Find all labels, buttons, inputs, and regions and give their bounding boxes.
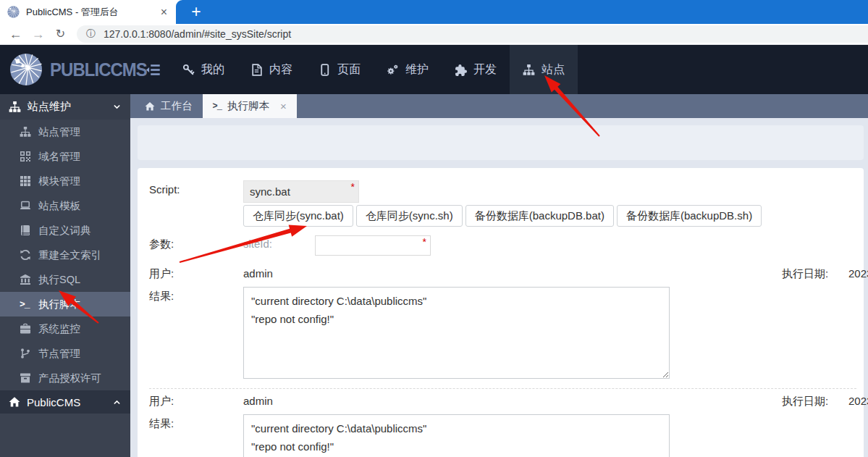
gears-icon	[387, 64, 399, 76]
sidebar: 站点维护 站点管理 域名管理 模块管理 站点模板 自定义词典 重建全文索引 执行…	[0, 94, 130, 457]
archive-icon	[20, 372, 31, 384]
book-icon	[20, 225, 31, 236]
sidebar-item-site-template[interactable]: 站点模板	[0, 193, 130, 218]
script-buttons-row: 仓库同步(sync.bat) 仓库同步(sync.sh) 备份数据库(backu…	[243, 205, 762, 227]
branch-icon	[20, 348, 31, 359]
sidebar-footer-publiccms[interactable]: PublicCMS	[0, 390, 130, 414]
sidebar-item-execute-sql[interactable]: 执行SQL	[0, 267, 130, 292]
app-tabbar: 工作台 >_ 执行脚本 ×	[130, 94, 868, 118]
params-label: 参数:	[149, 238, 174, 251]
required-asterisk: *	[423, 236, 426, 248]
new-tab-button[interactable]: +	[186, 1, 206, 22]
siteid-input[interactable]	[315, 235, 431, 256]
chevron-up-icon	[112, 398, 122, 407]
script-label: Script:	[149, 183, 180, 196]
file-icon	[250, 64, 263, 76]
sidebar-item-custom-dictionary[interactable]: 自定义词典	[0, 218, 130, 243]
required-asterisk: *	[351, 181, 355, 193]
user-value: admin	[243, 395, 273, 407]
back-icon[interactable]: ←	[4, 25, 27, 43]
record-divider	[149, 388, 856, 389]
close-icon[interactable]: ×	[280, 100, 287, 112]
user-value: admin	[243, 267, 273, 280]
home-icon	[145, 101, 155, 112]
script-button-sync-bat[interactable]: 仓库同步(sync.bat)	[243, 205, 353, 227]
topnav-item-content[interactable]: 内容	[237, 45, 306, 94]
siteid-field-label: siteId:	[243, 238, 272, 250]
briefcase-icon	[20, 323, 31, 335]
puzzle-icon	[455, 64, 467, 76]
exec-date-label: 执行日期:	[782, 395, 828, 407]
sidebar-item-domain-management[interactable]: 域名管理	[0, 144, 130, 169]
forward-icon[interactable]: →	[27, 25, 49, 43]
browser-tab-title: PublicCMS - 管理后台	[26, 6, 159, 19]
exec-date-value: 2023	[848, 395, 868, 407]
reload-icon[interactable]: ↻	[49, 25, 72, 43]
result-label: 结果:	[149, 290, 174, 303]
result-label: 结果:	[149, 417, 174, 431]
topnav-item-my[interactable]: 我的	[169, 45, 237, 94]
bank-icon	[20, 274, 31, 285]
exec-date-value: 2023	[848, 267, 868, 280]
topnav-item-develop[interactable]: 开发	[442, 45, 510, 94]
laptop-icon	[20, 200, 31, 211]
mobile-icon	[319, 64, 331, 76]
exec-date-label: 执行日期:	[782, 267, 828, 280]
brand-text: PUBLICCMS	[50, 59, 147, 81]
refresh-icon	[20, 249, 31, 261]
script-button-sync-sh[interactable]: 仓库同步(sync.sh)	[356, 205, 463, 227]
app-topbar: PUBLICCMS 我的 内容 页面 维护 开发 站点	[0, 45, 868, 94]
favicon	[7, 6, 20, 18]
tab-close-icon[interactable]: ×	[159, 7, 169, 18]
terminal-icon: >_	[20, 299, 31, 310]
script-button-backupdb-sh[interactable]: 备份数据库(backupDB.sh)	[617, 205, 762, 227]
tab-execute-script[interactable]: >_ 执行脚本 ×	[203, 94, 297, 118]
brand[interactable]: PUBLICCMS	[0, 45, 136, 94]
chevron-down-icon	[112, 102, 122, 112]
grid-icon	[20, 175, 31, 187]
result-textarea[interactable]: "current directory C:\data\publiccms" "r…	[243, 414, 670, 457]
sitemap-icon	[20, 126, 31, 138]
script-button-backupdb-bat[interactable]: 备份数据库(backupDB.bat)	[465, 205, 614, 227]
script-form-card: Script: * 仓库同步(sync.bat) 仓库同步(sync.sh) 备…	[138, 168, 864, 457]
address-bar[interactable]: ⓘ 127.0.0.1:8080/admin/#site_sysSite/scr…	[77, 25, 868, 43]
sitemap-icon	[523, 64, 535, 76]
topnav-item-maintain[interactable]: 维护	[374, 45, 442, 94]
publiccms-logo-icon	[9, 53, 43, 86]
sidebar-section-header[interactable]: 站点维护	[0, 94, 130, 120]
user-label: 用户:	[149, 395, 174, 408]
topnav-item-page[interactable]: 页面	[306, 45, 374, 94]
sidebar-item-product-license[interactable]: 产品授权许可	[0, 366, 130, 390]
content-area: 工作台 >_ 执行脚本 × Script: * 仓库同步(sync.bat)	[130, 94, 868, 457]
toolbar-panel	[138, 125, 864, 160]
content-scroll: Script: * 仓库同步(sync.bat) 仓库同步(sync.sh) 备…	[130, 118, 868, 457]
key-icon	[182, 64, 195, 76]
user-label: 用户:	[149, 267, 174, 281]
url-text[interactable]: 127.0.0.1:8080/admin/#site_sysSite/scrip…	[104, 28, 291, 40]
browser-frame	[176, 0, 868, 24]
sidebar-item-site-management[interactable]: 站点管理	[0, 120, 130, 144]
browser-toolbar: ← → ↻ ⓘ 127.0.0.1:8080/admin/#site_sysSi…	[0, 24, 868, 45]
browser-tabstrip: PublicCMS - 管理后台 × +	[0, 0, 868, 24]
home-icon	[9, 396, 20, 408]
topnav-item-site[interactable]: 站点	[510, 45, 578, 94]
sidebar-item-module-management[interactable]: 模块管理	[0, 169, 130, 193]
tab-workbench[interactable]: 工作台	[135, 94, 203, 118]
info-icon[interactable]: ⓘ	[86, 28, 96, 41]
sitemap-icon	[9, 101, 21, 113]
qrcode-icon	[20, 151, 31, 162]
browser-tab[interactable]: PublicCMS - 管理后台 ×	[0, 0, 176, 24]
exec-date: 执行日期: 2023	[782, 395, 828, 408]
sidebar-item-rebuild-index[interactable]: 重建全文索引	[0, 243, 130, 267]
exec-date: 执行日期: 2023	[782, 267, 828, 281]
result-textarea[interactable]: "current directory C:\data\publiccms" "r…	[243, 287, 670, 379]
sidebar-item-system-monitor[interactable]: 系统监控	[0, 316, 130, 341]
sidebar-item-execute-script[interactable]: >_执行脚本	[0, 292, 130, 316]
terminal-icon: >_	[213, 101, 222, 112]
script-input[interactable]	[243, 180, 359, 203]
sidebar-item-node-management[interactable]: 节点管理	[0, 341, 130, 366]
